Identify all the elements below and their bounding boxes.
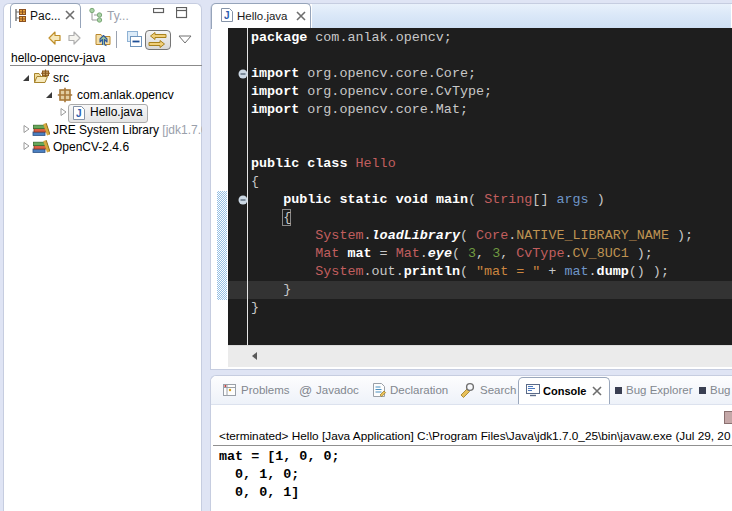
svg-text:J: J (76, 108, 82, 119)
svg-text:J: J (224, 10, 230, 21)
